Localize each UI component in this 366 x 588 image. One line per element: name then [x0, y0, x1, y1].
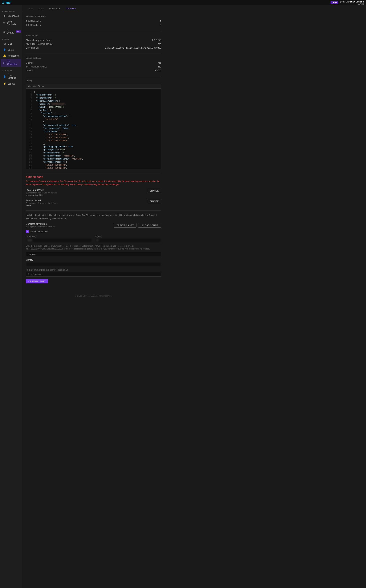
identity-input[interactable] — [26, 262, 161, 267]
tab-controller[interactable]: Controller — [63, 5, 78, 12]
sidebar-item-local-controller[interactable]: ⬡ Local Controller — [1, 19, 21, 27]
controller-status-section: Controller Status Online: Yes TCP Fallba… — [26, 57, 161, 72]
sidebar-item-label: Mail — [8, 43, 12, 45]
topbar-right: DARK Bernt Christian Egeland LOGIN — [331, 0, 364, 5]
upload-config-button[interactable]: UPLOAD CONFIG — [138, 223, 161, 227]
sidebar-item-user-settings[interactable]: 👤 User Settings — [1, 73, 21, 81]
local-url-row: Local Zerotier URL Submit empty field to… — [26, 189, 161, 196]
zerotier-secret-change-button[interactable]: CHANGE — [147, 199, 161, 203]
birth-input[interactable] — [26, 238, 92, 243]
logo: ZTNET — [2, 1, 12, 4]
external-ip-input[interactable] — [26, 252, 161, 257]
nav-section-label: NAVIGATION — [0, 8, 22, 13]
sidebar-item-label: Dashboard — [8, 15, 19, 17]
birth-group: Birth (pllirth) — [26, 235, 92, 243]
login-label[interactable]: LOGIN — [340, 3, 364, 5]
code-line: 25 "10.0.0.214/39898", — [28, 164, 159, 167]
version-label: Version: — [26, 69, 34, 72]
controller-status-title: Controller Status — [26, 57, 161, 59]
create-planet-top-button[interactable]: CREATE PLANET — [114, 223, 137, 227]
comment-input[interactable] — [26, 272, 161, 277]
listening-value: 172.31.255.3/9993 172.31.255.3/62354 172… — [105, 47, 161, 49]
sidebar-item-label: ZT Central — [7, 29, 14, 34]
online-row: Online: Yes — [26, 61, 161, 65]
code-line: 7 "config": { — [28, 109, 159, 112]
total-members-value: 9 — [160, 24, 161, 26]
code-line: 18 ], — [28, 142, 159, 145]
sidebar: NAVIGATION ⊞ Dashboard ⬡ Local Controlle… — [0, 0, 22, 588]
tcp-fallback-active-value: No — [158, 65, 161, 68]
zerotier-secret-value: ••••••• — [26, 204, 147, 207]
total-members-label: Total Members: — [26, 24, 41, 26]
sidebar-item-zt-central[interactable]: ◎ ZT Central BETA — [1, 27, 21, 36]
networks-members-section: Networks & Members Total Networks: 2 Tot… — [26, 15, 161, 27]
divider-2 — [26, 53, 161, 54]
id-input[interactable] — [95, 238, 161, 243]
tab-notification[interactable]: Notification — [46, 5, 63, 12]
code-line: 12 "allowTcpFallbackRelay": true, — [28, 124, 159, 127]
auto-generate-row: ✓ Auto-Generate IDs — [26, 230, 161, 233]
local-url-info: Local Zerotier URL Submit empty field to… — [26, 189, 147, 196]
auto-generate-label: Auto-Generate IDs — [30, 230, 48, 233]
tcp-fallback-value: Yes — [157, 43, 161, 45]
beta-badge: BETA — [16, 30, 21, 33]
online-value: Yes — [157, 61, 161, 64]
id-label: ID (pllID) — [95, 235, 161, 237]
sidebar-item-zt-controller[interactable]: ⬡ ZT Controller — [1, 59, 21, 67]
danger-zone-header: DANGER ZONE — [26, 176, 161, 178]
planet-section: Updating the planet file will modify the… — [26, 214, 161, 283]
user-info: Bernt Christian Egeland LOGIN — [340, 0, 364, 5]
generate-sublabel: Add a private root to your controller — [26, 226, 55, 228]
zt-controller-icon: ⬡ — [3, 61, 6, 64]
code-line: 21 "secondaryPort": 0, — [28, 151, 159, 155]
allow-from-label: Allow Management From: — [26, 39, 52, 42]
debug-section: Debug Controller Status 1{ 2 "networkCou… — [26, 79, 161, 169]
code-line: 5 "address": "a3f9b12c4d", — [28, 103, 159, 106]
external-ip-desc: Enter the external IP address of your co… — [26, 245, 161, 250]
local-url-label: Local Zerotier URL — [26, 189, 147, 191]
tab-mail[interactable]: Mail — [26, 5, 35, 12]
version-row: Version: 1.10.6 — [26, 69, 161, 72]
allow-from-row: Allow Management From: 0.0.0.0/0 — [26, 38, 161, 42]
code-line: 16 "172.31.255.3/62354", — [28, 136, 159, 139]
code-block: 1{ 2 "networkCount": 2, 3 "totalMembers"… — [26, 89, 161, 169]
sidebar-item-label: Local Controller — [7, 20, 19, 26]
code-line: 10 "0.0.0.0/0" — [28, 118, 159, 121]
tab-users[interactable]: Users — [35, 5, 46, 12]
sidebar-item-logout[interactable]: ⚡ Logout — [1, 81, 21, 87]
tcp-fallback-row: Allow TCP Fallback Relay: Yes — [26, 42, 161, 46]
sidebar-item-dashboard[interactable]: ⊞ Dashboard — [1, 13, 21, 19]
create-planet-button[interactable]: CREATE PLANET — [26, 279, 48, 283]
sidebar-item-label: ZT Controller — [7, 60, 19, 66]
networks-members-title: Networks & Members — [26, 15, 161, 17]
listening-row: Listening On: 172.31.255.3/9993 172.31.2… — [26, 46, 161, 50]
identity-label: Identity — [26, 259, 161, 261]
code-line: 9 "allowManagementFrom": [ — [28, 115, 159, 118]
local-url-change-button[interactable]: CHANGE — [147, 189, 161, 193]
version-value: 1.10.6 — [155, 69, 161, 72]
mail-icon: ✉ — [3, 43, 6, 45]
code-line: 20 "primaryPort": 9993, — [28, 149, 159, 151]
birth-id-row: Birth (pllirth) ID (pllID) — [26, 235, 161, 243]
notification-icon: 🔔 — [3, 54, 6, 57]
zerotier-secret-section: Zerotier Secret Submit empty field to us… — [26, 199, 161, 207]
sidebar-item-users[interactable]: 👤 Users — [1, 47, 21, 53]
total-members-row: Total Members: 9 — [26, 23, 161, 27]
user-settings-icon: 👤 — [3, 75, 6, 78]
id-group: ID (pllID) — [95, 235, 161, 243]
total-networks-value: 2 — [160, 20, 161, 23]
local-url-sublabel: Submit empty field to use the default: — [26, 192, 147, 194]
footer-text: © ZkSec Solutions 2023. All rights reser… — [75, 295, 112, 297]
zerotier-secret-info: Zerotier Secret Submit empty field to us… — [26, 199, 147, 207]
auto-generate-checkbox[interactable]: ✓ — [26, 230, 29, 233]
sidebar-item-notification[interactable]: 🔔 Notification — [1, 53, 21, 59]
tcp-fallback-label: Allow TCP Fallback Relay: — [26, 43, 53, 45]
sidebar-item-mail[interactable]: ✉ Mail — [1, 41, 21, 47]
tabs: Mail Users Notification Controller — [22, 5, 366, 12]
dark-mode-badge[interactable]: DARK — [331, 1, 338, 4]
total-networks-row: Total Networks: 2 — [26, 19, 161, 23]
code-line: 22 "softwareUpdate": "disable", — [28, 155, 159, 158]
listening-label: Listening On: — [26, 46, 39, 49]
code-line: 3 "totalMembers": 9, — [28, 97, 159, 100]
zt-central-icon: ◎ — [3, 30, 5, 33]
